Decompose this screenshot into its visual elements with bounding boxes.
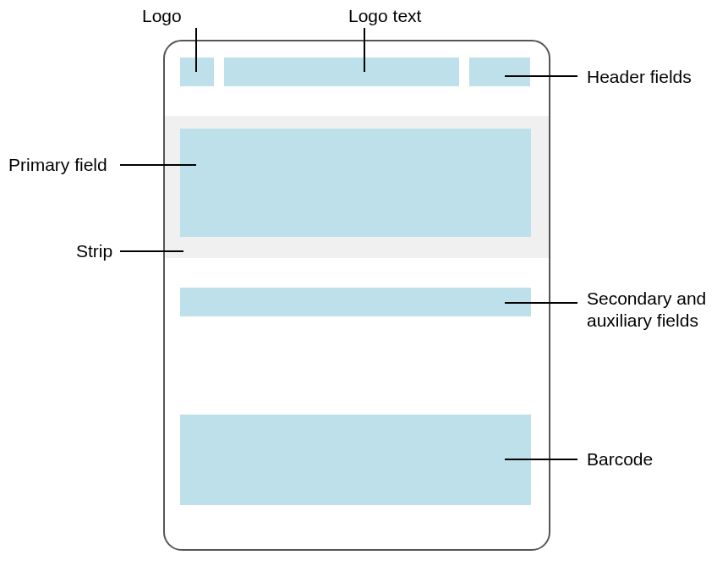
header-fields-region: [469, 58, 530, 86]
label-primary-field: Primary field: [8, 154, 107, 176]
pass-card: [163, 40, 550, 551]
leader-strip: [120, 250, 183, 252]
logo-region: [180, 58, 214, 86]
leader-header-fields: [505, 75, 577, 77]
leader-barcode: [505, 459, 577, 460]
label-header-fields: Header fields: [587, 66, 692, 88]
leader-secondary-auxiliary: [505, 302, 577, 304]
label-strip: Strip: [76, 240, 112, 262]
logo-text-region: [224, 58, 459, 86]
leader-logo: [195, 28, 197, 72]
leader-primary-field: [120, 164, 196, 166]
leader-logo-text: [364, 28, 365, 72]
label-logo-text: Logo text: [348, 5, 421, 27]
label-secondary-auxiliary: Secondary and auxiliary fields: [587, 288, 706, 332]
label-barcode: Barcode: [587, 448, 653, 470]
secondary-auxiliary-region: [180, 288, 531, 316]
label-logo: Logo: [142, 5, 182, 27]
primary-field-region: [180, 129, 531, 237]
barcode-region: [180, 415, 531, 505]
